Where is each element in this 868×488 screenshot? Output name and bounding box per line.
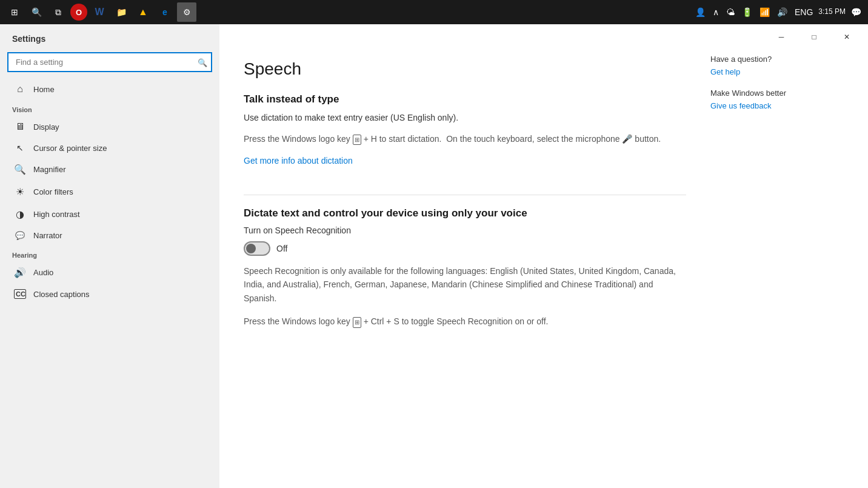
- sidebar-item-magnifier-label: Magnifier: [33, 165, 65, 174]
- maximize-button[interactable]: □: [800, 28, 828, 46]
- windows-key-icon2: ⊞: [353, 317, 361, 328]
- edge-button[interactable]: e: [155, 2, 175, 22]
- narrator-icon: 💬: [14, 231, 26, 240]
- speech-recognition-label: Turn on Speech Recognition: [244, 226, 686, 235]
- sidebar-item-color-filters-label: Color filters: [33, 187, 73, 196]
- sidebar-item-audio[interactable]: 🔊 Audio: [0, 261, 219, 284]
- search-input[interactable]: [7, 52, 212, 72]
- search-submit-icon[interactable]: 🔍: [198, 58, 207, 67]
- speech-recognition-toggle[interactable]: [244, 241, 270, 256]
- taskbar-right: 👤 ∧ 🌤 🔋 📶 🔊 ENG 3:15 PM 💬: [693, 6, 863, 18]
- audio-icon: 🔊: [14, 267, 26, 278]
- notification-icon[interactable]: 💬: [849, 6, 863, 18]
- file-explorer-button[interactable]: 📁: [112, 2, 131, 22]
- sidebar-item-display[interactable]: 🖥 Display: [0, 116, 219, 138]
- sidebar-item-closed-captions[interactable]: CC Closed captions: [0, 284, 219, 304]
- side-panel: Have a question? Get help Make Windows b…: [710, 50, 844, 476]
- people-icon[interactable]: 👤: [693, 6, 707, 18]
- speech-recognition-toggle-value: Off: [276, 244, 287, 253]
- cursor-icon: ↖: [14, 143, 26, 153]
- magnifier-icon: 🔍: [14, 164, 26, 175]
- home-icon: ⌂: [14, 84, 26, 95]
- content-body: Speech Talk instead of type Use dictatio…: [219, 50, 868, 488]
- chevron-icon[interactable]: ∧: [711, 6, 721, 18]
- sidebar-item-audio-label: Audio: [33, 268, 53, 277]
- start-button[interactable]: ⊞: [5, 2, 24, 22]
- speech-recognition-toggle-row: Off: [244, 241, 686, 256]
- sidebar-item-narrator-label: Narrator: [33, 231, 62, 240]
- hearing-section-label: Hearing: [0, 246, 219, 261]
- closed-captions-icon: CC: [14, 289, 26, 299]
- section1-desc: Use dictation to make text entry easier …: [244, 112, 686, 124]
- windows-key-icon: ⊞: [353, 135, 361, 145]
- lang-indicator[interactable]: ENG: [793, 6, 815, 18]
- sidebar-item-closed-captions-label: Closed captions: [33, 290, 90, 299]
- sidebar-item-cursor[interactable]: ↖ Cursor & pointer size: [0, 138, 219, 158]
- battery-icon: 🔋: [740, 6, 754, 18]
- sidebar-item-home-label: Home: [33, 85, 55, 94]
- page-title: Speech: [244, 50, 686, 79]
- opera-button[interactable]: O: [70, 4, 87, 21]
- sidebar-item-color-filters[interactable]: ☀ Color filters: [0, 181, 219, 203]
- mic-icon: 🎤: [622, 134, 632, 144]
- taskbar-left: ⊞ 🔍 ⧉ O W 📁 ▲ e ⚙: [5, 2, 196, 22]
- sidebar-item-display-label: Display: [33, 122, 59, 132]
- get-help-link[interactable]: Get help: [710, 67, 844, 76]
- app-container: Settings 🔍 ⌂ Home Vision 🖥 Display ↖ Cur…: [0, 24, 868, 488]
- color-filters-icon: ☀: [14, 186, 26, 198]
- sidebar: Settings 🔍 ⌂ Home Vision 🖥 Display ↖ Cur…: [0, 24, 219, 488]
- toggle-knob: [246, 244, 256, 253]
- search-button[interactable]: 🔍: [27, 2, 46, 22]
- volume-icon[interactable]: 🔊: [775, 6, 789, 18]
- section2-heading: Dictate text and control your device usi…: [244, 207, 686, 219]
- feedback-link[interactable]: Give us feedback: [710, 101, 844, 110]
- dictation-info-link[interactable]: Get more info about dictation: [244, 156, 353, 165]
- sidebar-item-high-contrast[interactable]: ◑ High contrast: [0, 203, 219, 226]
- sidebar-item-cursor-label: Cursor & pointer size: [33, 144, 107, 153]
- section1-heading: Talk instead of type: [244, 93, 686, 105]
- close-button[interactable]: ✕: [833, 28, 861, 46]
- search-box: 🔍: [7, 52, 212, 72]
- wifi-icon: 📶: [758, 6, 772, 18]
- divider1: [244, 195, 686, 195]
- have-question-label: Have a question?: [710, 55, 844, 64]
- clock[interactable]: 3:15 PM: [818, 7, 846, 17]
- weather-icon: 🌤: [724, 6, 736, 18]
- vision-section-label: Vision: [0, 100, 219, 116]
- settings-button[interactable]: ⚙: [177, 2, 196, 22]
- shortcut2-note: Press the Windows logo key ⊞ + Ctrl + S …: [244, 315, 686, 328]
- drive-button[interactable]: ▲: [133, 2, 153, 22]
- languages-note: Speech Recognition is only available for…: [244, 264, 686, 305]
- high-contrast-icon: ◑: [14, 209, 26, 220]
- word-button[interactable]: W: [90, 2, 109, 22]
- taskbar: ⊞ 🔍 ⧉ O W 📁 ▲ e ⚙ 👤 ∧ 🌤 🔋 📶 🔊 ENG 3:15 P…: [0, 0, 868, 24]
- sidebar-item-narrator[interactable]: 💬 Narrator: [0, 226, 219, 246]
- sidebar-item-magnifier[interactable]: 🔍 Magnifier: [0, 158, 219, 181]
- sidebar-item-home[interactable]: ⌂ Home: [0, 78, 219, 100]
- task-view-button[interactable]: ⧉: [48, 2, 68, 22]
- section1-shortcut: Press the Windows logo key ⊞ + H to star…: [244, 133, 686, 145]
- content-panel: ─ □ ✕ Speech Talk instead of type Use di…: [219, 24, 868, 488]
- make-better-label: Make Windows better: [710, 89, 844, 98]
- display-icon: 🖥: [14, 121, 26, 132]
- title-bar: ─ □ ✕: [219, 24, 868, 50]
- main-content: Speech Talk instead of type Use dictatio…: [244, 50, 710, 476]
- sidebar-item-high-contrast-label: High contrast: [33, 210, 80, 219]
- minimize-button[interactable]: ─: [767, 28, 795, 46]
- app-title: Settings: [0, 24, 219, 48]
